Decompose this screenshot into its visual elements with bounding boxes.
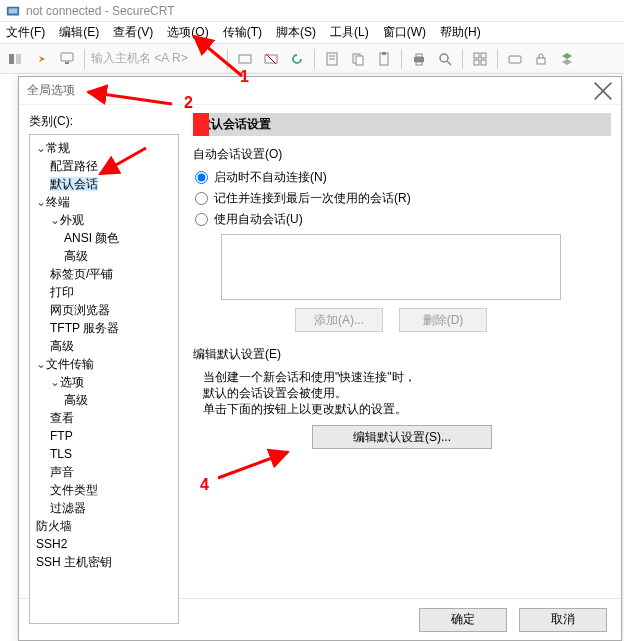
host-input[interactable]: 输入主机名 <A R> — [91, 50, 221, 67]
svg-line-20 — [447, 61, 451, 65]
tree-advanced[interactable]: 高级 — [64, 247, 176, 265]
copy-icon[interactable] — [347, 48, 369, 70]
connect-icon[interactable] — [56, 48, 78, 70]
tree-general[interactable]: ⌄常规 配置路径 默认会话 — [36, 139, 176, 193]
radio-no-auto-input[interactable] — [195, 171, 208, 184]
radio-no-auto-connect[interactable]: 启动时不自动连接(N) — [195, 169, 611, 186]
tile-icon[interactable] — [469, 48, 491, 70]
cancel-button[interactable]: 取消 — [519, 608, 607, 632]
toolbar: 输入主机名 <A R> — [0, 44, 624, 74]
svg-rect-22 — [481, 53, 486, 58]
radio-no-auto-label: 启动时不自动连接(N) — [214, 169, 327, 186]
radio-remember-label: 记住并连接到最后一次使用的会话(R) — [214, 190, 411, 207]
tree-default-session[interactable]: 默认会话 — [50, 175, 176, 193]
add-button[interactable]: 添加(A)... — [295, 308, 383, 332]
transfer-icon[interactable] — [556, 48, 578, 70]
edit-default-label: 编辑默认设置(E) — [193, 346, 611, 363]
radio-use-auto-label: 使用自动会话(U) — [214, 211, 303, 228]
separator — [497, 49, 498, 69]
reconnect-icon[interactable] — [234, 48, 256, 70]
keymap-icon[interactable] — [504, 48, 526, 70]
radio-remember-input[interactable] — [195, 192, 208, 205]
section-title-text: 默认会话设置 — [199, 117, 271, 131]
tree-sound[interactable]: 声音 — [50, 463, 176, 481]
menu-script[interactable]: 脚本(S) — [276, 24, 316, 41]
svg-rect-23 — [474, 60, 479, 65]
svg-point-19 — [440, 54, 448, 62]
svg-rect-6 — [239, 55, 251, 63]
tree-firewall[interactable]: 防火墙 — [36, 517, 176, 535]
desc-line-3: 单击下面的按钮上以更改默认的设置。 — [203, 401, 611, 417]
separator — [227, 49, 228, 69]
tree-tls[interactable]: TLS — [50, 445, 176, 463]
separator — [314, 49, 315, 69]
tree-file-transfer[interactable]: ⌄文件传输 ⌄选项 高级 查看 FTP TLS 声音 文件类型 — [36, 355, 176, 517]
tree-file-types[interactable]: 文件类型 — [50, 481, 176, 499]
svg-rect-17 — [416, 54, 422, 57]
tree-ansi-color[interactable]: ANSI 颜色 — [64, 229, 176, 247]
menu-edit[interactable]: 编辑(E) — [59, 24, 99, 41]
tree-ssh-host-keys[interactable]: SSH 主机密钥 — [36, 553, 176, 571]
categories-tree[interactable]: ⌄常规 配置路径 默认会话 ⌄终端 ⌄外观 ANSI 颜色 高级 — [29, 134, 179, 624]
highlight-marker — [193, 113, 209, 136]
tree-advanced-2[interactable]: 高级 — [50, 337, 176, 355]
tree-print[interactable]: 打印 — [50, 283, 176, 301]
svg-rect-3 — [16, 54, 21, 64]
ok-button[interactable]: 确定 — [419, 608, 507, 632]
auto-session-listbox[interactable] — [221, 234, 561, 300]
menu-file[interactable]: 文件(F) — [6, 24, 45, 41]
tree-appearance[interactable]: ⌄外观 ANSI 颜色 高级 — [50, 211, 176, 265]
delete-button[interactable]: 删除(D) — [399, 308, 487, 332]
tree-ssh2[interactable]: SSH2 — [36, 535, 176, 553]
properties-icon[interactable] — [321, 48, 343, 70]
close-icon[interactable] — [593, 81, 613, 101]
tree-view[interactable]: 查看 — [50, 409, 176, 427]
radio-remember-last[interactable]: 记住并连接到最后一次使用的会话(R) — [195, 190, 611, 207]
svg-rect-21 — [474, 53, 479, 58]
tree-filter[interactable]: 过滤器 — [50, 499, 176, 517]
auto-session-label: 自动会话设置(O) — [193, 146, 611, 163]
disconnect-icon[interactable] — [260, 48, 282, 70]
window-title: not connected - SecureCRT — [26, 4, 175, 18]
dialog-title: 全局选项 — [27, 82, 75, 99]
svg-rect-26 — [537, 58, 545, 64]
desc-line-1: 当创建一个新会话和使用"快速连接"时， — [203, 369, 611, 385]
menu-options[interactable]: 选项(O) — [167, 24, 208, 41]
svg-rect-24 — [481, 60, 486, 65]
svg-rect-15 — [382, 52, 386, 55]
session-manager-icon[interactable] — [4, 48, 26, 70]
menu-help[interactable]: 帮助(H) — [440, 24, 481, 41]
tree-config-path[interactable]: 配置路径 — [50, 157, 176, 175]
svg-rect-18 — [416, 62, 422, 65]
find-icon[interactable] — [434, 48, 456, 70]
refresh-icon[interactable] — [286, 48, 308, 70]
categories-panel: 类别(C): ⌄常规 配置路径 默认会话 ⌄终端 ⌄外观 ANSI 颜色 — [19, 105, 185, 598]
host-placeholder: 输入主机名 <A R> — [91, 50, 188, 67]
svg-rect-13 — [356, 56, 363, 65]
tree-advanced-3[interactable]: 高级 — [64, 391, 176, 409]
content-panel: 默认会话设置 自动会话设置(O) 启动时不自动连接(N) 记住并连接到最后一次使… — [185, 105, 621, 598]
tree-tftp-server[interactable]: TFTP 服务器 — [50, 319, 176, 337]
menu-window[interactable]: 窗口(W) — [383, 24, 426, 41]
lock-icon[interactable] — [530, 48, 552, 70]
print-icon[interactable] — [408, 48, 430, 70]
desc-line-2: 默认的会话设置会被使用。 — [203, 385, 611, 401]
tree-ftp[interactable]: FTP — [50, 427, 176, 445]
paste-icon[interactable] — [373, 48, 395, 70]
tree-options[interactable]: ⌄选项 高级 — [50, 373, 176, 409]
edit-default-settings-button[interactable]: 编辑默认设置(S)... — [312, 425, 492, 449]
svg-rect-4 — [61, 53, 73, 61]
menu-tools[interactable]: 工具(L) — [330, 24, 369, 41]
global-options-dialog: 全局选项 类别(C): ⌄常规 配置路径 默认会话 ⌄终端 ⌄外 — [18, 76, 622, 641]
svg-rect-16 — [414, 57, 424, 62]
quick-connect-icon[interactable] — [30, 48, 52, 70]
menu-view[interactable]: 查看(V) — [113, 24, 153, 41]
tree-tabs[interactable]: 标签页/平铺 — [50, 265, 176, 283]
radio-use-auto-input[interactable] — [195, 213, 208, 226]
menu-transfer[interactable]: 传输(T) — [223, 24, 262, 41]
tree-terminal[interactable]: ⌄终端 ⌄外观 ANSI 颜色 高级 标签页/平铺 打印 网页浏览器 — [36, 193, 176, 355]
tree-web-browser[interactable]: 网页浏览器 — [50, 301, 176, 319]
svg-rect-2 — [9, 54, 14, 64]
radio-use-auto-session[interactable]: 使用自动会话(U) — [195, 211, 611, 228]
separator — [84, 49, 85, 69]
